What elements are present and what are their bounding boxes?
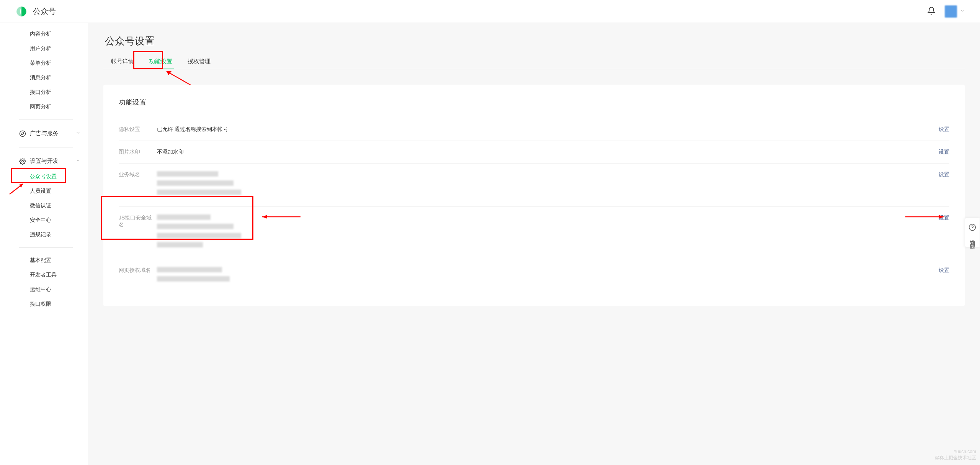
user-menu[interactable] [945, 5, 965, 18]
divider [19, 247, 73, 248]
divider [19, 120, 73, 120]
sidebar-item-account-settings[interactable]: 公众号设置 [0, 169, 88, 184]
settings-panel: 功能设置 隐私设置 已允许 通过名称搜索到本帐号 设置 图片水印 不添加水印 设… [103, 85, 965, 306]
tab-auth-manage[interactable]: 授权管理 [180, 54, 218, 69]
svg-marker-6 [167, 71, 172, 75]
avatar [945, 5, 957, 18]
svg-point-11 [969, 224, 976, 231]
setting-label: 网页授权域名 [119, 267, 157, 274]
sidebar-item-web-analysis[interactable]: 网页分析 [0, 100, 88, 114]
svg-point-0 [20, 131, 26, 136]
sidebar-item-dev-tools[interactable]: 开发者工具 [0, 268, 88, 282]
compass-icon [19, 130, 26, 137]
notification-icon[interactable] [927, 7, 936, 16]
setting-label: 业务域名 [119, 171, 157, 178]
help-float-panel[interactable]: 遇到问题 [965, 218, 980, 247]
tab-account-details[interactable]: 帐号详情 [103, 54, 142, 69]
setting-row-web-auth: 网页授权域名 设置 [119, 259, 949, 293]
sidebar-item-staff-settings[interactable]: 人员设置 [0, 184, 88, 198]
panel-title: 功能设置 [119, 98, 949, 107]
sidebar-item-wechat-verify[interactable]: 微信认证 [0, 198, 88, 213]
sidebar-item-violation-record[interactable]: 违规记录 [0, 228, 88, 242]
sidebar-item-basic-config[interactable]: 基本配置 [0, 253, 88, 268]
setting-action-link[interactable]: 设置 [939, 126, 949, 133]
sidebar-group-dev[interactable]: 设置与开发 [0, 153, 88, 169]
setting-row-js-domain: JS接口安全域名 设置 [119, 207, 949, 259]
watermark: @稀土掘金技术社区 [935, 455, 976, 461]
sidebar-group-ads[interactable]: 广告与服务 [0, 125, 88, 142]
page-title: 公众号设置 [105, 34, 965, 48]
watermark: Yuucn.com [954, 449, 976, 454]
setting-label: JS接口安全域名 [119, 214, 157, 228]
sidebar-item-ops-center[interactable]: 运维中心 [0, 282, 88, 297]
header-left: 公众号 [15, 5, 56, 18]
svg-point-2 [22, 160, 24, 162]
help-text: 遇到问题 [969, 236, 976, 242]
header-title: 公众号 [33, 6, 56, 16]
header: 公众号 [0, 0, 980, 23]
tabs: 帐号详情 功能设置 授权管理 [103, 54, 965, 69]
wechat-logo-icon [15, 5, 28, 18]
question-icon [965, 224, 980, 233]
setting-label: 隐私设置 [119, 126, 157, 133]
svg-marker-1 [21, 132, 24, 134]
setting-row-biz-domain: 业务域名 设置 [119, 164, 949, 207]
sidebar: 内容分析 用户分析 菜单分析 消息分析 接口分析 网页分析 广告与服务 [0, 23, 88, 465]
setting-value [157, 171, 931, 199]
setting-value: 不添加水印 [157, 149, 931, 156]
main-content: 公众号设置 帐号详情 功能设置 授权管理 功能设置 隐私设置 已允许 通过名称搜… [88, 23, 980, 465]
setting-value: 已允许 通过名称搜索到本帐号 [157, 126, 931, 133]
setting-action-link[interactable]: 设置 [939, 171, 949, 178]
sidebar-item-message-analysis[interactable]: 消息分析 [0, 70, 88, 85]
chevron-down-icon [960, 8, 965, 14]
divider [19, 147, 73, 147]
svg-line-5 [167, 71, 193, 87]
sidebar-item-api-permission[interactable]: 接口权限 [0, 297, 88, 311]
sidebar-item-api-analysis[interactable]: 接口分析 [0, 85, 88, 100]
setting-row-watermark: 图片水印 不添加水印 设置 [119, 141, 949, 164]
tab-function-settings[interactable]: 功能设置 [142, 54, 180, 69]
setting-label: 图片水印 [119, 149, 157, 156]
gear-icon [19, 158, 26, 165]
sidebar-item-menu-analysis[interactable]: 菜单分析 [0, 56, 88, 70]
header-right [927, 5, 965, 18]
setting-value [157, 267, 931, 285]
setting-action-link[interactable]: 设置 [939, 267, 949, 274]
setting-row-privacy: 隐私设置 已允许 通过名称搜索到本帐号 设置 [119, 118, 949, 141]
setting-value [157, 214, 931, 251]
setting-action-link[interactable]: 设置 [939, 149, 949, 156]
setting-action-link[interactable]: 设置 [939, 214, 949, 221]
sidebar-item-security-center[interactable]: 安全中心 [0, 213, 88, 228]
sidebar-item-user-analysis[interactable]: 用户分析 [0, 41, 88, 56]
sidebar-item-content-analysis[interactable]: 内容分析 [0, 27, 88, 41]
chevron-up-icon [76, 158, 80, 164]
chevron-down-icon [76, 131, 80, 136]
